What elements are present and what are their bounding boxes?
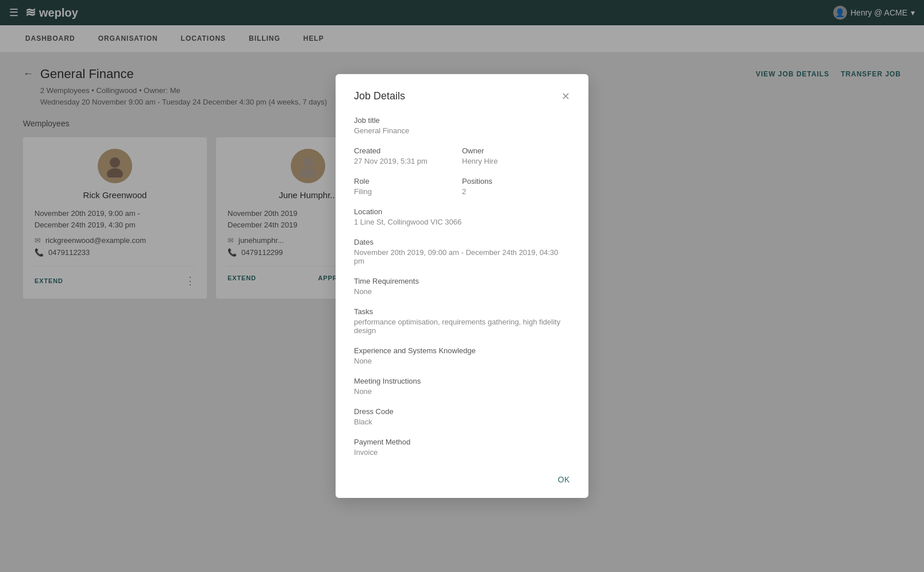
positions-value: 2 [462, 187, 570, 196]
modal-footer: OK [354, 468, 570, 484]
owner-value: Henry Hire [462, 157, 570, 165]
modal-row-created-owner: Created 27 Nov 2019, 5:31 pm Owner Henry… [354, 146, 570, 165]
meeting-value: None [354, 387, 570, 396]
modal-field-location: Location 1 Line St, Collingwood VIC 3066 [354, 207, 570, 226]
modal-field-exp: Experience and Systems Knowledge None [354, 346, 570, 365]
payment-label: Payment Method [354, 438, 570, 446]
time-req-label: Time Requirements [354, 277, 570, 285]
modal-field-dress: Dress Code Black [354, 407, 570, 426]
modal-close-button[interactable]: ✕ [561, 91, 570, 102]
modal-row-role-positions: Role Filing Positions 2 [354, 177, 570, 196]
modal-field-created: Created 27 Nov 2019, 5:31 pm [354, 146, 462, 165]
modal-overlay[interactable]: Job Details ✕ Job title General Finance … [0, 0, 924, 572]
tasks-label: Tasks [354, 307, 570, 316]
modal-field-meeting: Meeting Instructions None [354, 377, 570, 396]
positions-label: Positions [462, 177, 570, 185]
created-value: 27 Nov 2019, 5:31 pm [354, 157, 462, 165]
exp-label: Experience and Systems Knowledge [354, 346, 570, 355]
modal-field-job-title: Job title General Finance [354, 116, 570, 135]
location-label: Location [354, 207, 570, 216]
modal-field-positions: Positions 2 [462, 177, 570, 196]
time-req-value: None [354, 287, 570, 296]
dress-label: Dress Code [354, 407, 570, 416]
dates-value: November 20th 2019, 09:00 am - December … [354, 248, 570, 265]
modal-field-time-req: Time Requirements None [354, 277, 570, 296]
modal-title: Job Details [354, 90, 405, 102]
modal-field-dates: Dates November 20th 2019, 09:00 am - Dec… [354, 238, 570, 265]
location-value: 1 Line St, Collingwood VIC 3066 [354, 218, 570, 226]
role-value: Filing [354, 187, 462, 196]
payment-value: Invoice [354, 448, 570, 457]
ok-button[interactable]: OK [558, 475, 570, 484]
exp-value: None [354, 357, 570, 365]
dates-label: Dates [354, 238, 570, 246]
tasks-value: performance optimisation, requirements g… [354, 318, 570, 335]
meeting-label: Meeting Instructions [354, 377, 570, 385]
modal-field-tasks: Tasks performance optimisation, requirem… [354, 307, 570, 335]
modal-field-owner: Owner Henry Hire [462, 146, 570, 165]
dress-value: Black [354, 418, 570, 426]
job-title-value: General Finance [354, 126, 570, 135]
created-label: Created [354, 146, 462, 155]
modal-field-payment: Payment Method Invoice [354, 438, 570, 457]
role-label: Role [354, 177, 462, 185]
modal-header: Job Details ✕ [354, 90, 570, 102]
job-details-modal: Job Details ✕ Job title General Finance … [336, 74, 588, 498]
job-title-label: Job title [354, 116, 570, 125]
modal-field-role: Role Filing [354, 177, 462, 196]
owner-label: Owner [462, 146, 570, 155]
